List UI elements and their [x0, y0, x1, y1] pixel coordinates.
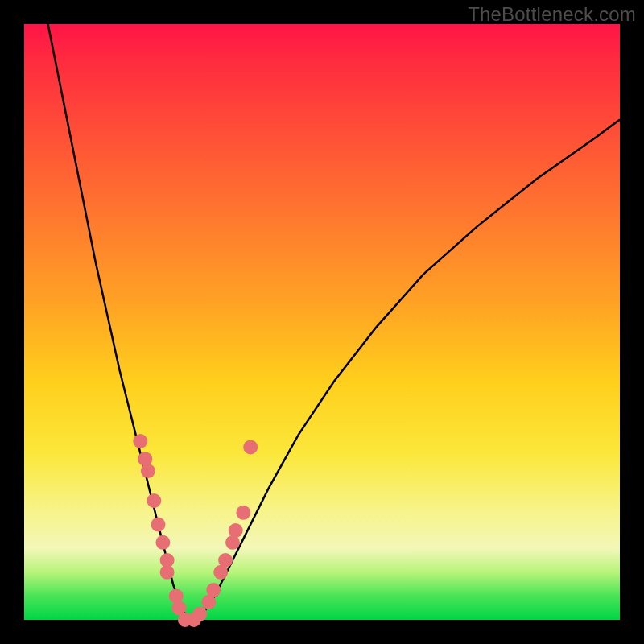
v-curve-path [48, 24, 620, 620]
highlight-dot [229, 523, 243, 538]
highlight-dot [155, 535, 170, 550]
highlight-dot [151, 518, 166, 532]
watermark-text: TheBottleneck.com [468, 3, 636, 26]
highlight-dot [160, 565, 175, 580]
highlight-dot [243, 440, 258, 454]
dots-group [133, 434, 258, 627]
highlight-dot [192, 607, 207, 621]
chart-frame: TheBottleneck.com [0, 0, 644, 644]
curve-svg [24, 24, 620, 620]
highlight-dot [236, 506, 250, 520]
plot-area [24, 24, 620, 620]
highlight-dot [147, 493, 161, 508]
highlight-dot [206, 583, 221, 597]
highlight-dot [141, 464, 155, 478]
highlight-dot [218, 553, 233, 568]
highlight-dot [133, 434, 147, 448]
